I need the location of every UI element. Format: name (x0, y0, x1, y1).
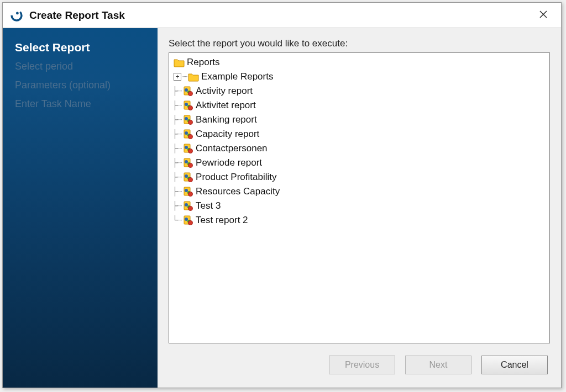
step-parameters: Parameters (optional) (15, 76, 145, 94)
tree-node-label: Activity report (196, 86, 253, 97)
tree-node-label: Test report 2 (196, 215, 248, 226)
tree-connector: ├┈ (172, 100, 181, 110)
svg-point-25 (188, 163, 193, 168)
svg-point-29 (188, 178, 193, 182)
tree-node[interactable]: ├┈ Activity report (172, 84, 546, 98)
tree-node-label: Pewriode report (196, 157, 262, 168)
tree-connector: ├┈ (172, 129, 181, 139)
close-icon (539, 9, 547, 21)
folder-icon (188, 71, 199, 82)
tree-node[interactable]: ├┈ Aktivitet report (172, 98, 546, 113)
tree-node-label: Product Profitability (196, 172, 276, 183)
tree-node-label: Contactpersonen (196, 143, 267, 154)
wizard-button-bar: Previous Next Cancel (169, 343, 550, 380)
tree-connector: └┈ (172, 215, 181, 225)
tree-node-label: Aktivitet report (196, 100, 256, 111)
svg-point-3 (185, 88, 188, 92)
report-icon (182, 215, 193, 226)
tree-connector: ├┈ (172, 187, 181, 197)
tree-connector: ├┈ (172, 144, 181, 153)
wizard-window: Create Report Task Select Report Select … (2, 2, 562, 388)
report-icon (182, 200, 193, 211)
svg-point-13 (188, 120, 193, 125)
tree-node-label: Banking report (196, 114, 257, 125)
svg-point-33 (188, 192, 193, 197)
tree-connector: ├┈ (172, 172, 181, 182)
tree-node-reports[interactable]: Reports (172, 55, 546, 70)
tree-node[interactable]: ├┈ Capacity report (172, 127, 546, 141)
svg-point-15 (185, 131, 188, 135)
tree-connector: ├┈ (172, 158, 181, 168)
tree-node[interactable]: ├┈ Test 3 (172, 199, 546, 213)
previous-button: Previous (329, 356, 395, 374)
svg-point-19 (185, 146, 188, 149)
expand-icon[interactable]: + (174, 73, 181, 81)
tree-node-label: Reports (187, 57, 220, 68)
report-icon (182, 129, 193, 140)
tree-connector: ├┈ (172, 86, 181, 96)
wizard-steps-sidebar: Select Report Select period Parameters (… (3, 28, 158, 388)
report-icon (182, 172, 193, 183)
svg-point-35 (185, 203, 188, 206)
step-select-period: Select period (15, 57, 145, 76)
instruction-text: Select the report you would like to exec… (169, 38, 550, 49)
tree-node[interactable]: ├┈ Pewriode report (172, 156, 546, 170)
app-logo-icon (11, 9, 23, 22)
cancel-button[interactable]: Cancel (481, 356, 548, 374)
svg-point-23 (185, 160, 188, 163)
tree-node-label: Resources Capacity (196, 186, 280, 197)
tree-node-label: Example Reports (201, 71, 273, 82)
window-title: Create Report Task (29, 9, 125, 22)
svg-point-9 (188, 106, 193, 110)
folder-icon (174, 57, 185, 68)
tree-connector: ├┈ (172, 201, 181, 211)
svg-point-27 (185, 174, 188, 178)
report-icon (182, 186, 193, 197)
step-enter-task-name: Enter Task Name (15, 94, 145, 113)
svg-point-31 (185, 189, 188, 192)
wizard-main-panel: Select the report you would like to exec… (158, 28, 561, 388)
tree-node[interactable]: ├┈ Contactpersonen (172, 141, 546, 156)
title-bar: Create Report Task (3, 3, 561, 28)
svg-point-7 (185, 103, 188, 106)
close-button[interactable] (532, 7, 554, 24)
tree-connector: ┈ (182, 72, 187, 82)
next-button: Next (405, 356, 471, 374)
tree-node[interactable]: ├┈ Banking report (172, 113, 546, 127)
report-tree[interactable]: Reports +┈Example Reports ├┈ Activity re… (169, 52, 550, 343)
svg-point-39 (185, 218, 188, 221)
tree-node[interactable]: ├┈ Product Profitability (172, 170, 546, 184)
report-icon (182, 114, 193, 125)
tree-node-label: Capacity report (196, 129, 259, 140)
tree-node-label: Test 3 (196, 200, 221, 211)
tree-connector: ├┈ (172, 115, 181, 125)
report-icon (182, 100, 193, 111)
report-icon (182, 157, 193, 168)
step-select-report[interactable]: Select Report (15, 38, 145, 57)
svg-point-5 (188, 92, 193, 96)
svg-point-21 (188, 149, 193, 153)
svg-point-1 (16, 12, 19, 14)
tree-node[interactable]: └┈ Test report 2 (172, 213, 546, 227)
svg-point-0 (11, 9, 23, 22)
svg-point-41 (188, 221, 193, 225)
report-icon (182, 143, 193, 154)
tree-node[interactable]: ├┈ Resources Capacity (172, 184, 546, 199)
svg-point-11 (185, 117, 188, 120)
report-icon (182, 86, 193, 97)
tree-node[interactable]: +┈Example Reports (172, 70, 546, 84)
svg-point-37 (188, 206, 193, 211)
svg-point-17 (188, 135, 193, 139)
